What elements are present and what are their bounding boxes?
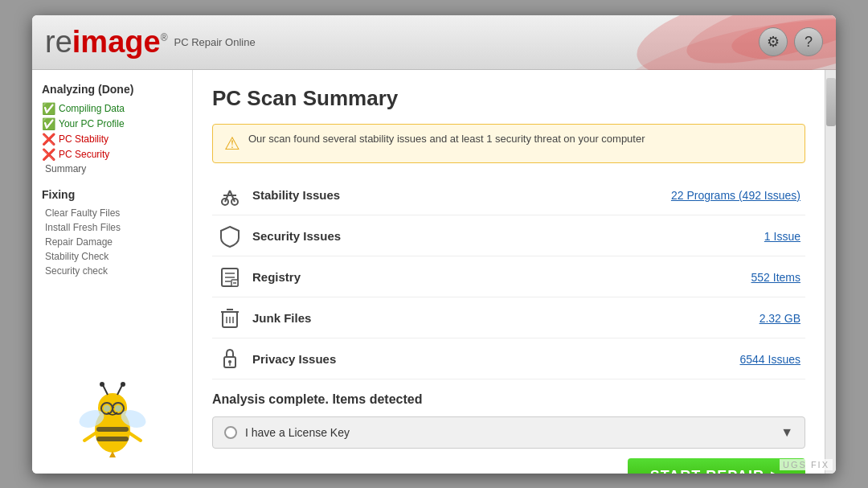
settings-button[interactable]: ⚙ — [759, 27, 788, 56]
watermark: UGS FIX — [780, 459, 833, 470]
logo: reimage® — [45, 27, 167, 57]
check-icon-pc-profile: ✅ — [42, 117, 55, 130]
svg-point-16 — [121, 382, 125, 387]
warning-icon: ⚠ — [224, 133, 240, 154]
security-label: Security Issues — [252, 229, 755, 243]
issue-row-privacy: Privacy Issues 6544 Issues — [212, 340, 805, 379]
scrollbar[interactable] — [825, 70, 836, 474]
svg-line-21 — [129, 433, 141, 441]
sidebar-item-summary[interactable]: Summary — [42, 163, 182, 174]
registry-icon — [217, 265, 243, 290]
sidebar-item-compiling[interactable]: ✅ Compiling Data — [42, 102, 182, 115]
issue-row-registry: Registry 552 Items — [212, 258, 805, 297]
warning-banner: ⚠ Our scan found several stability issue… — [212, 124, 805, 163]
fixing-item-repair-damage[interactable]: Repair Damage — [42, 236, 182, 248]
fixing-title: Fixing — [42, 188, 182, 201]
sidebar-item-pc-stability[interactable]: ❌ PC Stability — [42, 133, 182, 146]
svg-rect-5 — [96, 437, 129, 441]
start-repair-row: START REPAIR ▶ — [212, 458, 805, 474]
x-icon-pc-security: ❌ — [42, 148, 55, 161]
svg-point-14 — [100, 382, 104, 387]
sidebar-label-summary: Summary — [45, 163, 86, 174]
app-window: reimage® PC Repair Online ⚙ ? Analyzing … — [32, 15, 836, 474]
main-content: Analyzing (Done) ✅ Compiling Data ✅ Your… — [32, 70, 836, 474]
help-button[interactable]: ? — [794, 27, 823, 56]
header-icons: ⚙ ? — [759, 27, 823, 56]
svg-point-11 — [115, 405, 121, 412]
check-icon-compiling: ✅ — [42, 102, 55, 115]
fixing-item-stability-check[interactable]: Stability Check — [42, 251, 182, 262]
logo-subtitle: PC Repair Online — [174, 36, 255, 48]
fixing-item-security-check[interactable]: Security check — [42, 265, 182, 277]
issues-list: Stability Issues 22 Programs (492 Issues… — [212, 176, 805, 379]
sidebar: Analyzing (Done) ✅ Compiling Data ✅ Your… — [32, 70, 193, 474]
logo-re: re — [45, 25, 72, 59]
sidebar-label-compiling: Compiling Data — [59, 103, 125, 114]
start-repair-button[interactable]: START REPAIR ▶ — [628, 458, 805, 474]
security-value[interactable]: 1 Issue — [764, 230, 800, 243]
sidebar-label-pc-security: PC Security — [59, 149, 109, 160]
svg-point-10 — [104, 405, 110, 412]
analyzing-title: Analyzing (Done) — [42, 83, 182, 96]
logo-image: image — [72, 25, 161, 59]
header: reimage® PC Repair Online ⚙ ? — [32, 15, 836, 70]
sidebar-item-pc-security[interactable]: ❌ PC Security — [42, 148, 182, 161]
stability-value[interactable]: 22 Programs (492 Issues) — [671, 189, 800, 202]
sidebar-label-pc-profile: Your PC Profile — [59, 118, 125, 129]
issue-row-junk: Junk Files 2.32 GB — [212, 299, 805, 338]
issue-row-security: Security Issues 1 Issue — [212, 217, 805, 256]
analysis-complete: Analysis complete. Items detected — [212, 392, 805, 407]
license-dropdown-icon[interactable]: ▼ — [780, 425, 793, 440]
svg-rect-4 — [96, 427, 129, 432]
junk-label: Junk Files — [252, 311, 750, 325]
svg-point-40 — [228, 360, 231, 363]
bee-mascot-area — [42, 280, 182, 461]
junk-icon — [217, 306, 243, 331]
stability-icon — [217, 182, 243, 208]
x-icon-pc-stability: ❌ — [42, 133, 55, 146]
fixing-section: Fixing Clear Faulty Files Install Fresh … — [42, 188, 182, 280]
fixing-item-install-fresh[interactable]: Install Fresh Files — [42, 222, 182, 233]
issue-row-stability: Stability Issues 22 Programs (492 Issues… — [212, 176, 805, 215]
privacy-icon — [217, 347, 243, 372]
scrollbar-thumb[interactable] — [826, 78, 836, 126]
svg-line-20 — [84, 433, 96, 441]
start-repair-label: START REPAIR — [650, 468, 764, 474]
security-icon — [217, 223, 243, 249]
right-panel: PC Scan Summary ⚠ Our scan found several… — [193, 70, 825, 474]
warning-text: Our scan found several stability issues … — [248, 133, 645, 145]
stability-label: Stability Issues — [252, 188, 661, 202]
registry-label: Registry — [252, 270, 742, 284]
logo-reg: ® — [161, 32, 168, 43]
svg-line-13 — [103, 385, 108, 395]
junk-value[interactable]: 2.32 GB — [760, 312, 800, 325]
privacy-value[interactable]: 6544 Issues — [740, 353, 801, 366]
bee-mascot-svg — [72, 372, 153, 461]
license-key-row[interactable]: I have a License Key ▼ — [212, 416, 805, 449]
sidebar-label-pc-stability: PC Stability — [59, 133, 108, 145]
privacy-label: Privacy Issues — [252, 352, 731, 366]
license-label: I have a License Key — [245, 426, 780, 439]
fixing-item-clear-faulty[interactable]: Clear Faulty Files — [42, 207, 182, 219]
registry-value[interactable]: 552 Items — [751, 271, 800, 284]
sidebar-item-pc-profile[interactable]: ✅ Your PC Profile — [42, 117, 182, 130]
scan-title: PC Scan Summary — [212, 86, 805, 111]
svg-line-15 — [117, 385, 122, 395]
logo-area: reimage® PC Repair Online — [45, 27, 256, 57]
license-radio[interactable] — [224, 426, 237, 439]
